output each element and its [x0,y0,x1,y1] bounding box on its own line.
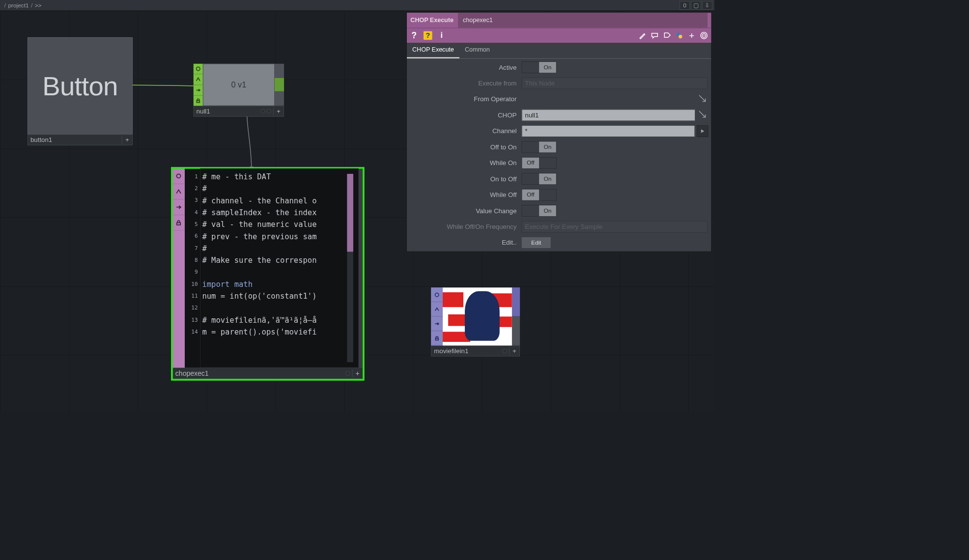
chopexec1-label-bar[interactable]: chopexec1 + [172,367,363,379]
wiki-help-icon[interactable]: ? [424,31,432,40]
chopexec1-name: chopexec1 [173,369,346,377]
operator-picker-icon[interactable] [698,110,709,120]
add-icon[interactable]: + [273,108,284,115]
lock-icon[interactable] [431,331,443,345]
button1-name: button1 [28,136,122,143]
param-execute-from: Execute from This Node [407,75,711,91]
crumb-project[interactable]: project1 [8,2,29,8]
node-chopexec1[interactable]: 1234567891011121314 # me - this DAT # # … [172,168,363,379]
param-while-off[interactable]: While Off Off [407,187,711,202]
tab-common[interactable]: Common [459,43,495,58]
viewer-collapse-icon[interactable]: ⇩ [702,1,712,10]
null1-right-flags[interactable] [275,64,284,106]
moviefilein1-right-flags[interactable] [512,287,520,345]
target-icon[interactable] [700,31,709,40]
moviefilein1-label-bar[interactable]: moviefilein1 + [431,345,520,356]
param-while-on[interactable]: While On Off [407,155,711,171]
parameter-panel[interactable]: CHOP Execute chopexec1 ? ? i + CHOP Exec… [406,12,712,252]
edit-button[interactable]: Edit [522,237,551,248]
button1-viewer[interactable]: Button [28,37,133,135]
tag-icon[interactable] [663,31,672,40]
svg-point-5 [679,35,682,38]
param-tabs[interactable]: CHOP Execute Common [407,43,711,58]
lock-icon[interactable] [194,95,203,106]
moviefilein1-flags[interactable] [431,287,443,345]
null1-viewer[interactable]: 0 v1 [203,64,275,106]
param-on-to-off[interactable]: On to Off On [407,171,711,187]
export-icon[interactable] [172,199,185,215]
export-icon[interactable] [194,85,203,96]
toggle-active[interactable]: On [522,61,557,73]
op-name-field[interactable]: chopexec1 [458,13,708,28]
moviefilein1-viewer[interactable] [443,287,512,345]
param-frequency: While Off/On Frequency Execute For Every… [407,219,711,234]
param-chop[interactable]: CHOP null1 [407,107,711,123]
add-param-icon[interactable]: + [687,31,696,40]
svg-point-2 [176,174,180,178]
help-icon[interactable]: ? [410,31,419,40]
param-channel[interactable]: Channel * [407,123,711,139]
null1-label-bar[interactable]: null1 + [194,106,284,116]
param-active[interactable]: Active On [407,59,711,75]
param-value-change[interactable]: Value Change On [407,203,711,219]
add-icon[interactable]: + [509,347,519,355]
node-moviefilein1[interactable]: moviefilein1 + [431,287,520,356]
param-off-to-on[interactable]: Off to On On [407,139,711,155]
null1-name: null1 [194,108,260,115]
info-icon[interactable]: i [437,31,446,40]
bypass-icon[interactable] [172,168,185,184]
crumb-sep-2: / [31,2,32,8]
operator-picker-icon[interactable] [698,94,709,105]
field-channel[interactable]: * [522,125,695,137]
bypass-icon[interactable] [194,64,203,75]
path-bar: / project1 / >> 0 ▢ ⇩ [0,0,714,11]
toggle-on-to-off[interactable]: On [522,173,557,185]
field-chop[interactable]: null1 [522,110,695,121]
channel-scope-icon[interactable] [697,125,709,137]
null1-flags[interactable] [194,64,203,106]
svg-point-1 [197,67,200,70]
node-null1[interactable]: 0 v1 null1 + [194,64,284,117]
parameter-title-bar[interactable]: CHOP Execute chopexec1 [407,13,711,28]
viewer-maximize-icon[interactable]: ▢ [691,1,701,10]
scroll-thumb[interactable] [347,174,353,252]
moviefilein1-name: moviefilein1 [431,347,503,355]
svg-point-8 [703,35,704,36]
button1-label-bar[interactable]: button1 + [28,135,133,145]
code-editor[interactable]: # me - this DAT # # channel - the Channe… [200,168,359,368]
toggle-off-to-on[interactable]: On [522,141,557,153]
bypass-icon[interactable] [431,287,443,302]
op-type-label: CHOP Execute [410,17,454,24]
code-gutter: 1234567891011121314 [185,168,200,368]
viewer-icon[interactable] [172,184,185,200]
toggle-while-on[interactable]: Off [522,157,557,169]
crumb-sep: / [4,2,6,8]
edit-icon[interactable] [638,31,647,40]
svg-point-3 [435,293,438,296]
dropdown-frequency[interactable]: Execute For Every Sample [522,221,708,233]
python-icon[interactable] [675,31,684,40]
viewer-icon[interactable] [431,302,443,316]
comment-icon[interactable] [650,31,659,40]
chopexec1-flags[interactable] [172,168,185,368]
chopexec1-right-flags[interactable] [359,168,363,368]
viewer-icon[interactable] [194,74,203,85]
export-icon[interactable] [431,316,443,331]
param-edit[interactable]: Edit.. Edit [407,235,711,251]
crumb-tail: >> [35,2,42,8]
viewer-mode-0-icon[interactable]: 0 [680,1,690,10]
add-icon[interactable]: + [122,136,132,143]
toggle-value-change[interactable]: On [522,205,557,217]
dropdown-execute-from[interactable]: This Node [522,78,708,89]
lock-icon[interactable] [172,215,185,231]
param-from-operator[interactable]: From Operator [407,91,711,107]
add-icon[interactable]: + [352,369,363,377]
node-button1[interactable]: Button button1 + [28,37,133,145]
toggle-while-off[interactable]: Off [522,189,557,201]
tab-chop-execute[interactable]: CHOP Execute [407,43,459,58]
